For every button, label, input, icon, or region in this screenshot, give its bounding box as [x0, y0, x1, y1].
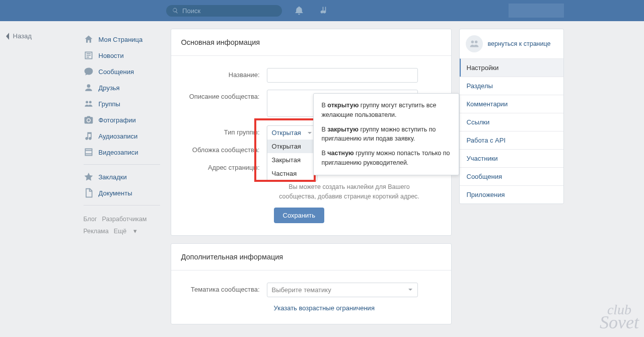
side-menu-sections[interactable]: Разделы: [460, 77, 563, 95]
panel-basic-title: Основная информация: [171, 29, 451, 56]
dropdown-selected[interactable]: Открытая: [267, 126, 317, 140]
nav-groups[interactable]: Группы: [81, 96, 163, 112]
age-restrictions-link[interactable]: Указать возрастные ограничения: [274, 304, 441, 312]
doc-icon: [84, 188, 94, 198]
news-icon: [84, 50, 94, 60]
nav-bookmarks[interactable]: Закладки: [81, 169, 163, 185]
side-menu-members[interactable]: Участники: [460, 149, 563, 167]
nav-friends[interactable]: Друзья: [81, 80, 163, 96]
home-icon: [84, 34, 94, 44]
type-label: Тип группы:: [181, 125, 267, 136]
nav-messages[interactable]: Сообщения: [81, 63, 163, 80]
film-icon: [84, 147, 94, 157]
footer-more[interactable]: Ещё ▾: [114, 228, 137, 235]
left-sidebar: Моя Страница Новости Сообщения Друзья Гр…: [81, 29, 163, 332]
side-menu-comments[interactable]: Комментарии: [460, 95, 563, 113]
nav-video[interactable]: Видеозаписи: [81, 144, 163, 160]
nav-my-page[interactable]: Моя Страница: [81, 31, 163, 47]
side-menu-settings[interactable]: Настройки: [460, 58, 563, 77]
dropdown-option-open[interactable]: Открытая: [267, 140, 317, 153]
profile-area[interactable]: [509, 4, 564, 18]
main-content: Основная информация Название: Описание с…: [171, 29, 452, 332]
right-sidebar: вернуться к странице Настройки Разделы К…: [459, 29, 564, 332]
nav-documents[interactable]: Документы: [81, 185, 163, 201]
music-icon[interactable]: [319, 6, 329, 16]
dropdown-option-private[interactable]: Частная: [267, 167, 317, 180]
footer-links: БлогРазработчикам РекламаЕщё ▾: [81, 210, 163, 242]
star-icon: [84, 172, 94, 182]
side-menu-links[interactable]: Ссылки: [460, 113, 563, 131]
search-box[interactable]: [166, 5, 282, 17]
name-input[interactable]: [267, 68, 418, 83]
footer-ads[interactable]: Реклама: [84, 228, 109, 235]
side-menu-apps[interactable]: Приложения: [460, 185, 563, 204]
watermark: club Sovet: [600, 304, 639, 330]
topic-label: Тематика сообщества:: [181, 283, 267, 293]
search-input[interactable]: [182, 7, 275, 15]
camera-icon: [84, 115, 94, 125]
footer-blog[interactable]: Блог: [84, 216, 97, 223]
nav-photos[interactable]: Фотографии: [81, 112, 163, 128]
users-icon: [84, 99, 94, 109]
chevron-left-icon: [5, 33, 10, 40]
addr-label: Адрес страницы:: [181, 161, 267, 171]
user-icon: [84, 83, 94, 93]
name-label: Название:: [181, 68, 267, 79]
desc-label: Описание сообщества:: [181, 90, 267, 100]
cover-label: Обложка сообщества:: [181, 143, 267, 154]
chat-icon: [84, 66, 94, 77]
community-avatar: [466, 35, 483, 52]
side-menu-messages[interactable]: Сообщения: [460, 167, 563, 185]
back-to-page-link[interactable]: вернуться к странице: [488, 40, 551, 47]
bell-icon[interactable]: [294, 6, 304, 16]
dropdown-option-closed[interactable]: Закрытая: [267, 153, 317, 167]
chevron-down-icon: [307, 130, 312, 136]
search-icon: [172, 7, 179, 14]
topic-select[interactable]: Выберите тематику: [267, 283, 418, 297]
back-label: Назад: [13, 32, 32, 40]
panel-additional-title: Дополнительная информация: [171, 244, 451, 271]
group-placeholder-icon: [469, 38, 480, 49]
group-type-dropdown[interactable]: Открытая Открытая Закрытая Частная: [267, 125, 317, 181]
group-type-tooltip: В открытую группу могут вступить все жел…: [313, 93, 459, 175]
panel-basic-info: Основная информация Название: Описание с…: [171, 29, 452, 236]
music-note-icon: [84, 131, 94, 141]
footer-devs[interactable]: Разработчикам: [102, 216, 147, 223]
panel-additional-info: Дополнительная информация Тематика сообщ…: [171, 243, 452, 324]
nav-news[interactable]: Новости: [81, 47, 163, 63]
back-button[interactable]: Назад: [5, 32, 32, 40]
side-menu-api[interactable]: Работа с API: [460, 131, 563, 149]
save-button[interactable]: Сохранить: [274, 208, 325, 223]
stickers-hint: Вы можете создать наклейки для Вашего со…: [274, 182, 425, 201]
chevron-down-icon: [408, 287, 413, 292]
top-header: [0, 0, 644, 21]
community-settings-menu: вернуться к странице Настройки Разделы К…: [459, 29, 564, 204]
nav-audio[interactable]: Аудиозаписи: [81, 128, 163, 144]
